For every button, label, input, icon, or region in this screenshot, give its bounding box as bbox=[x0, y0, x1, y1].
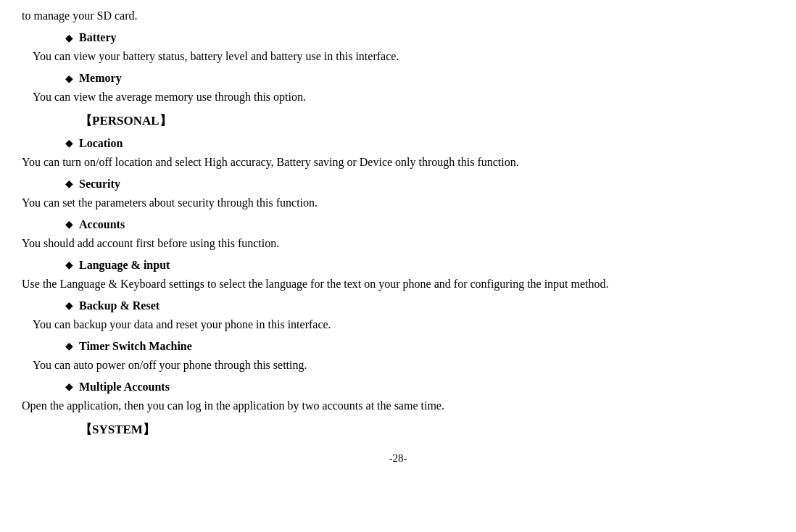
diamond-icon: ◆ bbox=[65, 136, 73, 151]
security-body: You can set the parameters about securit… bbox=[22, 194, 774, 212]
diamond-icon: ◆ bbox=[65, 257, 73, 273]
diamond-icon: ◆ bbox=[65, 176, 73, 191]
diamond-icon: ◆ bbox=[65, 71, 73, 86]
backup-heading-text: Backup & Reset bbox=[79, 297, 159, 315]
backup-heading: ◆ Backup & Reset bbox=[65, 297, 774, 315]
page-content: to manage your SD card. ◆ Battery You ca… bbox=[22, 7, 774, 467]
language-heading: ◆ Language & input bbox=[65, 257, 774, 274]
location-heading-text: Location bbox=[79, 135, 123, 152]
battery-heading: ◆ Battery bbox=[65, 29, 774, 46]
diamond-icon: ◆ bbox=[65, 30, 73, 46]
backup-body: You can backup your data and reset your … bbox=[33, 316, 774, 333]
page-number: -28- bbox=[22, 450, 774, 467]
language-body: Use the Language & Keyboard settings to … bbox=[22, 275, 774, 293]
security-heading-text: Security bbox=[79, 175, 120, 193]
battery-body: You can view your battery status, batter… bbox=[33, 48, 774, 65]
language-heading-text: Language & input bbox=[79, 257, 170, 274]
accounts-body: You should add account first before usin… bbox=[22, 235, 774, 252]
personal-category: 【PERSONAL】 bbox=[80, 112, 774, 130]
location-body: You can turn on/off location and select … bbox=[22, 154, 774, 171]
timer-body: You can auto power on/off your phone thr… bbox=[33, 357, 774, 374]
location-heading: ◆ Location bbox=[65, 135, 774, 152]
accounts-heading: ◆ Accounts bbox=[65, 216, 774, 233]
security-heading: ◆ Security bbox=[65, 175, 774, 193]
diamond-icon: ◆ bbox=[65, 217, 73, 232]
battery-heading-text: Battery bbox=[79, 29, 117, 46]
multiple-accounts-heading-text: Multiple Accounts bbox=[79, 378, 170, 396]
intro-body: to manage your SD card. bbox=[22, 9, 138, 22]
diamond-icon: ◆ bbox=[65, 338, 73, 354]
timer-heading: ◆ Timer Switch Machine bbox=[65, 338, 774, 355]
memory-heading-text: Memory bbox=[79, 70, 122, 87]
multiple-accounts-body: Open the application, then you can log i… bbox=[22, 397, 774, 415]
memory-body: You can view the average memory use thro… bbox=[33, 88, 774, 106]
intro-text: to manage your SD card. bbox=[22, 7, 774, 25]
memory-heading: ◆ Memory bbox=[65, 70, 774, 87]
multiple-accounts-heading: ◆ Multiple Accounts bbox=[65, 378, 774, 396]
timer-heading-text: Timer Switch Machine bbox=[79, 338, 192, 355]
diamond-icon: ◆ bbox=[65, 379, 73, 394]
system-category: 【SYSTEM】 bbox=[80, 420, 774, 439]
diamond-icon: ◆ bbox=[65, 298, 73, 313]
accounts-heading-text: Accounts bbox=[79, 216, 125, 233]
